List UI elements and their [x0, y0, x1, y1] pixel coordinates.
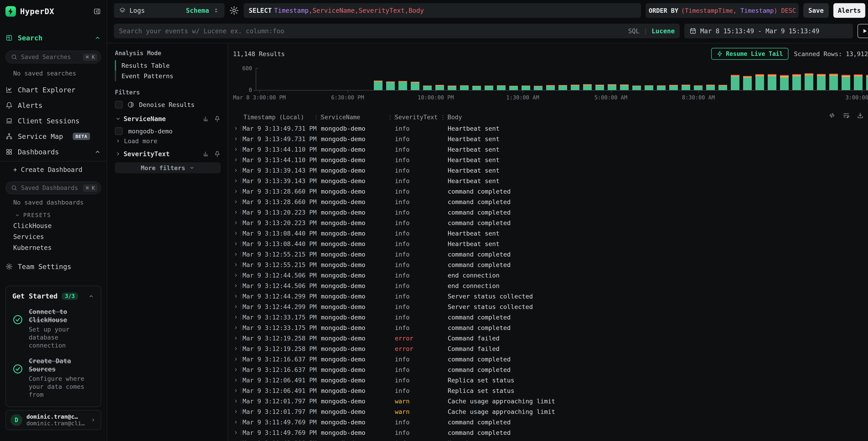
- table-row[interactable]: Mar 9 3:13:44.110 PMmongodb-demoinfoHear…: [228, 144, 868, 155]
- column-header-severitytext[interactable]: ⋮⋮SeverityText: [394, 114, 447, 121]
- get-started-item[interactable]: Connect to ClickHouseSet up your databas…: [12, 308, 94, 349]
- sidebar-item-alerts[interactable]: Alerts: [5, 97, 101, 113]
- table-row[interactable]: Mar 9 3:12:06.491 PMmongodb-demoinfoRepl…: [228, 385, 868, 396]
- settings-gear-icon[interactable]: [229, 5, 239, 16]
- expand-row-icon[interactable]: [233, 325, 239, 331]
- chevron-up-icon[interactable]: [88, 293, 94, 299]
- expand-row-icon[interactable]: [233, 304, 239, 310]
- filter-group-severitytext[interactable]: SeverityText: [115, 149, 221, 159]
- table-row[interactable]: Mar 9 3:13:49.731 PMmongodb-demoinfoHear…: [228, 134, 868, 144]
- expand-row-icon[interactable]: [233, 377, 239, 383]
- events-histogram[interactable]: 600 0 Mar 8 3:00:00 PM6:30:00 PM10:00:00…: [228, 60, 868, 108]
- preset-item-kubernetes[interactable]: Kubernetes: [5, 242, 101, 253]
- sidebar-item-search[interactable]: Search: [5, 31, 101, 44]
- mode-results-table[interactable]: Results Table: [115, 60, 221, 71]
- table-row[interactable]: Mar 9 3:13:44.110 PMmongodb-demoinfoHear…: [228, 155, 868, 165]
- denoise-checkbox[interactable]: [115, 101, 123, 109]
- resume-live-tail-button[interactable]: Resume Live Tail: [711, 48, 788, 60]
- table-row[interactable]: Mar 9 3:12:33.175 PMmongodb-demoinfocomm…: [228, 322, 868, 333]
- table-row[interactable]: Mar 9 3:13:39.143 PMmongodb-demoinfoHear…: [228, 165, 868, 176]
- preset-item-clickhouse[interactable]: ClickHouse: [5, 220, 101, 231]
- select-query-input[interactable]: SELECT Timestamp,ServiceName,SeverityTex…: [244, 3, 641, 18]
- table-row[interactable]: Mar 9 3:12:01.797 PMmongodb-demowarnCach…: [228, 396, 868, 406]
- expand-row-icon[interactable]: [233, 356, 239, 362]
- expand-row-icon[interactable]: [233, 209, 239, 215]
- table-row[interactable]: Mar 9 3:11:43.228 PMmongodb-demoinfoHear…: [228, 438, 868, 441]
- column-header-body[interactable]: ⋮⋮Body: [447, 114, 852, 121]
- expand-row-icon[interactable]: [233, 272, 239, 278]
- expand-row-icon[interactable]: [233, 367, 239, 373]
- expand-row-icon[interactable]: [233, 398, 239, 404]
- pin-icon[interactable]: [214, 150, 221, 157]
- drag-handle-icon[interactable]: ⋮⋮: [313, 114, 323, 121]
- column-header-servicename[interactable]: ⋮⋮ServiceName: [320, 114, 394, 121]
- table-row[interactable]: Mar 9 3:12:33.175 PMmongodb-demoinfocomm…: [228, 312, 868, 322]
- time-range-picker[interactable]: Mar 8 15:13:49 - Mar 9 15:13:49: [684, 24, 853, 38]
- servicename-value-checkbox[interactable]: [115, 127, 123, 135]
- sidebar-item-dashboards[interactable]: Dashboards: [5, 144, 101, 159]
- table-row[interactable]: Mar 9 3:12:16.637 PMmongodb-demoinfocomm…: [228, 354, 868, 364]
- get-started-item[interactable]: Create Data SourcesConfigure where your …: [12, 357, 94, 399]
- table-row[interactable]: Mar 9 3:13:39.143 PMmongodb-demoinfoHear…: [228, 176, 868, 186]
- chart-facet-icon[interactable]: [203, 150, 209, 157]
- search-input[interactable]: Search your events w/ Lucene ex. column:…: [114, 24, 680, 38]
- table-row[interactable]: Mar 9 3:12:55.215 PMmongodb-demoinfocomm…: [228, 260, 868, 270]
- expand-row-icon[interactable]: [233, 136, 239, 142]
- table-row[interactable]: Mar 9 3:12:01.797 PMmongodb-demowarnCach…: [228, 406, 868, 417]
- table-row[interactable]: Mar 9 3:12:44.506 PMmongodb-demoinfoend …: [228, 270, 868, 281]
- table-row[interactable]: Mar 9 3:12:55.215 PMmongodb-demoinfocomm…: [228, 249, 868, 260]
- expand-row-icon[interactable]: [233, 335, 239, 341]
- expand-row-icon[interactable]: [233, 409, 239, 415]
- table-row[interactable]: Mar 9 3:13:08.440 PMmongodb-demoinfoHear…: [228, 238, 868, 249]
- drag-handle-icon[interactable]: ⋮⋮: [387, 114, 397, 121]
- table-row[interactable]: Mar 9 3:12:44.299 PMmongodb-demoinfoServ…: [228, 301, 868, 312]
- more-filters-button[interactable]: More filters: [115, 163, 221, 173]
- expand-row-icon[interactable]: [233, 440, 239, 441]
- saved-dashboards-input[interactable]: Saved Dashboards ⌘ K: [5, 181, 101, 194]
- expand-row-icon[interactable]: [233, 199, 239, 205]
- expand-row-icon[interactable]: [233, 188, 239, 194]
- table-row[interactable]: Mar 9 3:13:28.660 PMmongodb-demoinfocomm…: [228, 186, 868, 197]
- table-row[interactable]: Mar 9 3:13:20.223 PMmongodb-demoinfocomm…: [228, 217, 868, 228]
- expand-row-icon[interactable]: [233, 293, 239, 299]
- expand-row-icon[interactable]: [233, 314, 239, 320]
- lucene-toggle[interactable]: Lucene: [652, 27, 675, 35]
- expand-row-icon[interactable]: [233, 283, 239, 289]
- schema-link[interactable]: Schema: [186, 7, 209, 14]
- download-icon[interactable]: [857, 112, 864, 119]
- expand-row-icon[interactable]: [233, 430, 239, 436]
- table-row[interactable]: Mar 9 3:13:28.660 PMmongodb-demoinfocomm…: [228, 197, 868, 207]
- expand-row-icon[interactable]: [233, 262, 239, 268]
- mode-event-patterns[interactable]: Event Patterns: [115, 71, 221, 81]
- expand-row-icon[interactable]: [233, 167, 239, 173]
- sidebar-item-service-map[interactable]: Service MapBETA: [5, 128, 101, 144]
- order-by-input[interactable]: ORDER BY (TimestampTime, Timestamp) DESC: [646, 3, 799, 18]
- table-row[interactable]: Mar 9 3:12:06.491 PMmongodb-demoinfoRepl…: [228, 375, 868, 385]
- expand-row-icon[interactable]: [233, 388, 239, 393]
- user-menu[interactable]: D dominic.tran@c… dominic.tran@cli…: [5, 410, 101, 430]
- save-button[interactable]: Save: [803, 3, 829, 18]
- expand-row-icon[interactable]: [233, 241, 239, 247]
- source-select[interactable]: Logs Schema: [114, 3, 224, 18]
- expand-row-icon[interactable]: [233, 157, 239, 163]
- filter-group-servicename[interactable]: ServiceName: [115, 114, 221, 124]
- table-row[interactable]: Mar 9 3:12:19.258 PMmongodb-demoerrorCom…: [228, 333, 868, 344]
- run-query-button[interactable]: [858, 24, 868, 38]
- pin-icon[interactable]: [214, 115, 221, 122]
- expand-row-icon[interactable]: [233, 251, 239, 257]
- table-row[interactable]: Mar 9 3:11:49.769 PMmongodb-demoinfocomm…: [228, 417, 868, 427]
- sidebar-item-client-sessions[interactable]: Client Sessions: [5, 113, 101, 128]
- expand-row-icon[interactable]: [233, 220, 239, 226]
- chart-facet-icon[interactable]: [203, 115, 209, 122]
- create-dashboard-button[interactable]: + Create Dashboard: [5, 164, 101, 175]
- table-row[interactable]: Mar 9 3:12:44.506 PMmongodb-demoinfoend …: [228, 281, 868, 291]
- presets-section-toggle[interactable]: PRESETS: [5, 211, 101, 220]
- saved-searches-input[interactable]: Saved Searches ⌘ K: [5, 51, 101, 63]
- table-row[interactable]: Mar 9 3:12:19.258 PMmongodb-demoerrorCom…: [228, 344, 868, 354]
- sidebar-item-team-settings[interactable]: Team Settings: [5, 260, 101, 273]
- collapse-sidebar-icon[interactable]: [93, 7, 101, 16]
- table-row[interactable]: Mar 9 3:13:20.223 PMmongodb-demoinfocomm…: [228, 207, 868, 217]
- expand-row-icon[interactable]: [233, 146, 239, 152]
- expand-row-icon[interactable]: [233, 178, 239, 184]
- preset-item-services[interactable]: Services: [5, 231, 101, 242]
